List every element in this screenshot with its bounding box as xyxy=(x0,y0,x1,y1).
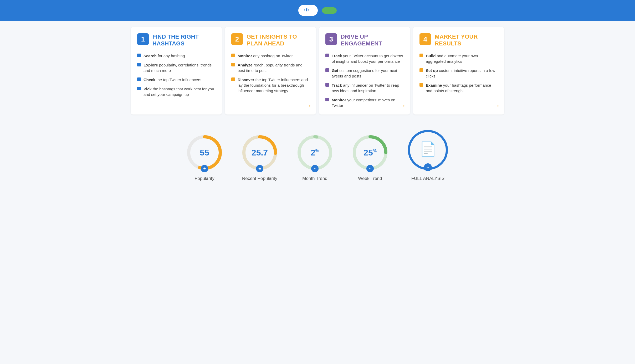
bullet-icon xyxy=(137,87,141,90)
document-icon: 📄 xyxy=(419,141,437,157)
metric-item-3[interactable]: 25% ~ Week Trend xyxy=(350,133,390,181)
donut-chart-1: 25.7 ★ xyxy=(240,133,279,172)
donut-chart-2: 2% ~ xyxy=(295,133,335,172)
card-item: Monitor any hashtag on Twitter xyxy=(231,53,310,59)
card-item-text: Set up custom, intuitive reports in a fe… xyxy=(426,68,498,79)
card-number: 3 xyxy=(325,33,337,45)
card-item: Build and automate your own aggregated a… xyxy=(419,53,498,64)
metric-item-1[interactable]: 25.7 ★ Recent Popularity xyxy=(240,133,279,181)
card-items: Track your Twitter account to get dozens… xyxy=(325,53,404,108)
bullet-icon xyxy=(325,83,329,87)
bullet-icon xyxy=(137,77,141,81)
card-title: GET INSIGHTS TO PLAN AHEAD xyxy=(247,33,310,47)
card-arrow[interactable]: › xyxy=(403,102,405,109)
bullet-icon xyxy=(137,63,141,66)
metric-item-2[interactable]: 2% ~ Month Trend xyxy=(295,133,335,181)
card-arrow[interactable]: › xyxy=(309,102,311,109)
feature-card-3: 3 DRIVE UP ENGAGEMENT Track your Twitter… xyxy=(319,27,410,115)
metric-label: Week Trend xyxy=(358,176,382,181)
card-item: Explore popularity, correlations, trends… xyxy=(137,62,216,73)
card-item: Pick the hashtags that work best for you… xyxy=(137,86,216,97)
card-item-text: Get custom suggestions for your next twe… xyxy=(332,68,404,79)
donut-value: 2% xyxy=(311,148,319,157)
card-item-text: Examine your hashtags performance and po… xyxy=(426,82,498,93)
card-item: Check the top Twitter influencers xyxy=(137,77,216,82)
cards-section: 1 FIND THE RIGHT HASHTAGS Search for any… xyxy=(126,21,509,120)
eye-icon: 👁 xyxy=(304,7,309,13)
card-header: 1 FIND THE RIGHT HASHTAGS xyxy=(137,33,216,47)
feature-card-2: 2 GET INSIGHTS TO PLAN AHEAD Monitor any… xyxy=(225,27,316,115)
donut-badge: ~ xyxy=(366,165,374,172)
card-item-text: Search for any hashtag xyxy=(144,53,185,59)
card-item: Get custom suggestions for your next twe… xyxy=(325,68,404,79)
card-items: Search for any hashtag Explore popularit… xyxy=(137,53,216,97)
bullet-icon xyxy=(231,77,235,81)
card-item: Monitor your competitors' moves on Twitt… xyxy=(325,97,404,108)
get-extension-button[interactable] xyxy=(322,7,337,14)
donut-badge: ~ xyxy=(311,165,319,172)
bullet-icon xyxy=(325,98,329,101)
card-number: 1 xyxy=(137,33,149,45)
donut-value: 25% xyxy=(363,148,377,157)
card-title: FIND THE RIGHT HASHTAGS xyxy=(152,33,216,47)
donut-value: 55 xyxy=(200,148,209,157)
feature-card-4: 4 MARKET YOUR RESULTS Build and automate… xyxy=(413,27,504,115)
card-item: Track any influencer on Twitter to reap … xyxy=(325,82,404,93)
card-title: DRIVE UP ENGAGEMENT xyxy=(341,33,404,47)
header: 👁 xyxy=(0,0,635,21)
bullet-icon xyxy=(419,68,423,72)
metric-label: Recent Popularity xyxy=(242,176,277,181)
metric-label: Month Trend xyxy=(302,176,327,181)
metric-item-0[interactable]: 55 ★ Popularity xyxy=(185,133,224,181)
card-item-text: Build and automate your own aggregated a… xyxy=(426,53,498,64)
card-item: Discover the top Twitter influencers and… xyxy=(231,77,310,93)
card-number: 4 xyxy=(419,33,431,45)
metric-label: FULL ANALYSIS xyxy=(411,176,445,181)
card-item: Analyze reach, popularity trends and bes… xyxy=(231,62,310,73)
donut-badge: ★ xyxy=(256,165,263,172)
card-header: 3 DRIVE UP ENGAGEMENT xyxy=(325,33,404,47)
card-item-text: Track your Twitter account to get dozens… xyxy=(332,53,404,64)
card-item-text: Check the top Twitter influencers xyxy=(144,77,201,82)
card-items: Build and automate your own aggregated a… xyxy=(419,53,498,93)
feature-card-1: 1 FIND THE RIGHT HASHTAGS Search for any… xyxy=(131,27,222,115)
card-items: Monitor any hashtag on Twitter Analyze r… xyxy=(231,53,310,93)
card-item: Track your Twitter account to get dozens… xyxy=(325,53,404,64)
card-item-text: Pick the hashtags that work best for you… xyxy=(144,86,216,97)
donut-badge: ★ xyxy=(201,165,208,172)
full-analysis-inner: 📄 xyxy=(419,141,437,157)
bullet-icon xyxy=(325,54,329,57)
card-item-text: Explore popularity, correlations, trends… xyxy=(144,62,216,73)
metric-label: Popularity xyxy=(194,176,214,181)
bullet-icon xyxy=(419,83,423,87)
full-analysis-badge: → xyxy=(424,163,432,171)
card-number: 2 xyxy=(231,33,243,45)
card-item-text: Monitor your competitors' moves on Twitt… xyxy=(332,97,404,108)
metric-item-full-analysis[interactable]: 📄 → FULL ANALYSIS xyxy=(406,128,450,181)
results-pill: 👁 xyxy=(298,5,318,16)
card-item-text: Discover the top Twitter influencers and… xyxy=(238,77,310,93)
bullet-icon xyxy=(231,54,235,57)
donut-value: 25.7 xyxy=(252,148,268,157)
card-item-text: Analyze reach, popularity trends and bes… xyxy=(238,62,310,73)
bullet-icon xyxy=(325,68,329,72)
bullet-icon xyxy=(419,54,423,57)
card-header: 4 MARKET YOUR RESULTS xyxy=(419,33,498,47)
card-item: Set up custom, intuitive reports in a fe… xyxy=(419,68,498,79)
card-arrow[interactable]: › xyxy=(497,102,499,109)
full-analysis-circle[interactable]: 📄 → xyxy=(406,128,450,172)
card-header: 2 GET INSIGHTS TO PLAN AHEAD xyxy=(231,33,310,47)
card-item: Search for any hashtag xyxy=(137,53,216,59)
donut-chart-0: 55 ★ xyxy=(185,133,224,172)
metrics-section: 55 ★ Popularity 25.7 ★ Recent Popularity xyxy=(126,120,509,192)
bullet-icon xyxy=(231,63,235,66)
card-item: Examine your hashtags performance and po… xyxy=(419,82,498,93)
card-item-text: Track any influencer on Twitter to reap … xyxy=(332,82,404,93)
card-title: MARKET YOUR RESULTS xyxy=(435,33,498,47)
donut-chart-3: 25% ~ xyxy=(350,133,390,172)
bullet-icon xyxy=(137,54,141,57)
card-item-text: Monitor any hashtag on Twitter xyxy=(238,53,293,59)
